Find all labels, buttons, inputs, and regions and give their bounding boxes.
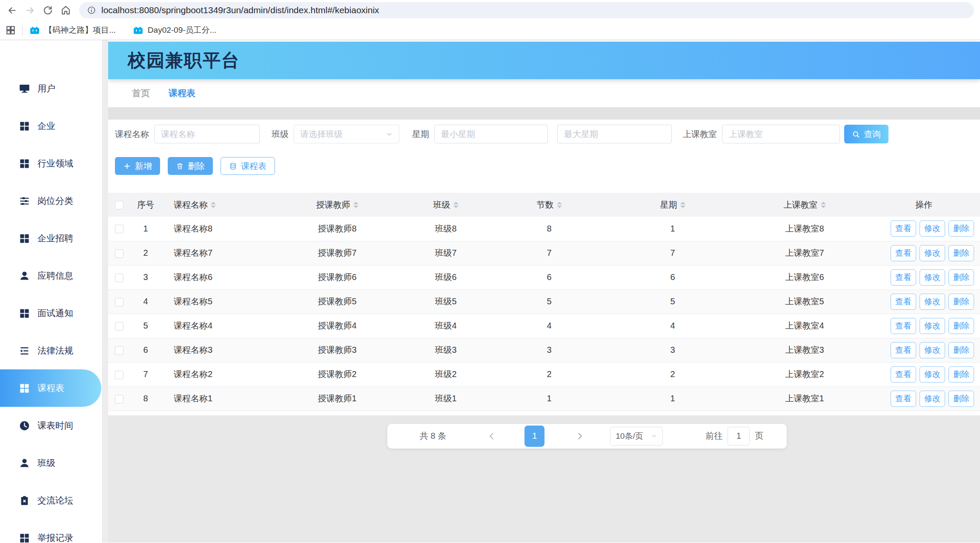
- sort-carets-icon[interactable]: [557, 202, 562, 208]
- cell-teacher: 授课教师1: [278, 386, 397, 411]
- tab-timetable[interactable]: 课程表: [169, 87, 195, 99]
- delete-row-button[interactable]: 删除: [948, 366, 974, 383]
- sidebar-item-课表时间[interactable]: 课表时间: [0, 407, 102, 444]
- edit-button[interactable]: 修改: [920, 269, 945, 286]
- sidebar-item-label: 企业: [37, 120, 55, 132]
- class-select-placeholder: 请选择班级: [300, 129, 343, 140]
- delete-row-button[interactable]: 删除: [948, 294, 974, 310]
- delete-row-button[interactable]: 删除: [948, 220, 974, 237]
- action-toolbar: 新增 删除 课程表: [108, 157, 980, 175]
- sidebar-item-label: 企业招聘: [37, 232, 73, 244]
- edit-button[interactable]: 修改: [920, 220, 945, 237]
- cell-course-name: 课程名称7: [163, 241, 278, 265]
- page-size-select[interactable]: 10条/页: [610, 427, 663, 446]
- row-checkbox[interactable]: [115, 371, 123, 379]
- tab-home[interactable]: 首页: [132, 87, 150, 99]
- sidebar-item-面试通知[interactable]: 面试通知: [0, 294, 102, 332]
- sidebar-item-行业领域[interactable]: 行业领域: [0, 145, 102, 182]
- column-header-星期[interactable]: 星期: [604, 193, 742, 217]
- sidebar-scrollbar[interactable]: [102, 40, 108, 543]
- query-button[interactable]: 查询: [844, 125, 888, 143]
- add-button[interactable]: 新增: [115, 157, 160, 175]
- view-button[interactable]: 查看: [891, 391, 916, 407]
- row-checkbox[interactable]: [115, 274, 123, 282]
- cell-class: 班级1: [397, 386, 495, 411]
- timetable-button[interactable]: 课程表: [221, 157, 275, 175]
- cell-class: 班级2: [397, 362, 495, 386]
- cell-index: 8: [129, 386, 163, 411]
- delete-row-button[interactable]: 删除: [948, 245, 974, 261]
- week-max-input[interactable]: [557, 125, 672, 143]
- room-input[interactable]: [722, 125, 840, 143]
- edit-button[interactable]: 修改: [920, 391, 945, 407]
- sidebar-item-岗位分类[interactable]: 岗位分类: [0, 182, 102, 220]
- view-button[interactable]: 查看: [891, 245, 916, 261]
- url-bar[interactable]: localhost:8080/springboot1349r3un/admin/…: [79, 2, 974, 18]
- column-header-授课教师[interactable]: 授课教师: [278, 193, 397, 217]
- forward-icon[interactable]: [22, 3, 37, 18]
- sidebar-item-举报记录[interactable]: 举报记录: [0, 519, 102, 543]
- sidebar-item-课程表[interactable]: 课程表: [0, 369, 101, 407]
- view-button[interactable]: 查看: [891, 342, 916, 358]
- bookmark-1[interactable]: 【码神之路】项目...: [29, 25, 116, 36]
- table-header: 序号课程名称授课教师班级节数星期上课教室操作: [108, 193, 980, 217]
- bookmark-2[interactable]: Day02-09-员工分...: [133, 25, 217, 36]
- sidebar-item-班级[interactable]: 班级: [0, 444, 102, 482]
- row-checkbox[interactable]: [115, 395, 123, 403]
- chevron-down-icon: [386, 131, 393, 138]
- sidebar-item-企业招聘[interactable]: 企业招聘: [0, 220, 102, 257]
- column-header-班级[interactable]: 班级: [397, 193, 495, 217]
- edit-button[interactable]: 修改: [920, 245, 945, 261]
- prev-page-button[interactable]: [487, 432, 496, 441]
- column-header-节数[interactable]: 节数: [495, 193, 604, 217]
- row-checkbox[interactable]: [115, 225, 123, 233]
- refresh-icon[interactable]: [40, 3, 55, 18]
- column-header-上课教室[interactable]: 上课教室: [742, 193, 868, 217]
- total-count-label: 共 8 条: [420, 430, 446, 442]
- home-icon[interactable]: [58, 3, 73, 18]
- delete-button[interactable]: 删除: [168, 157, 213, 175]
- sort-carets-icon[interactable]: [821, 202, 826, 208]
- delete-row-button[interactable]: 删除: [948, 391, 974, 407]
- sort-carets-icon[interactable]: [353, 202, 358, 208]
- select-all-checkbox[interactable]: [115, 201, 123, 209]
- info-icon[interactable]: [87, 6, 96, 15]
- sort-carets-icon[interactable]: [680, 202, 685, 208]
- delete-row-button[interactable]: 删除: [948, 342, 974, 358]
- delete-row-button[interactable]: 删除: [948, 318, 974, 334]
- edit-button[interactable]: 修改: [920, 294, 945, 310]
- cell-course-name: 课程名称4: [163, 314, 278, 338]
- view-button[interactable]: 查看: [891, 366, 916, 383]
- sidebar-item-交流论坛[interactable]: 交流论坛: [0, 482, 102, 519]
- row-checkbox[interactable]: [115, 249, 123, 258]
- sort-carets-icon[interactable]: [211, 202, 216, 208]
- page-1-button[interactable]: 1: [524, 426, 544, 447]
- bookmark-label: 【码神之路】项目...: [44, 25, 116, 36]
- sidebar-item-应聘信息[interactable]: 应聘信息: [0, 257, 102, 294]
- row-checkbox[interactable]: [115, 346, 123, 355]
- sidebar-item-企业[interactable]: 企业: [0, 107, 102, 145]
- week-min-input[interactable]: [434, 125, 548, 143]
- cell-index: 3: [129, 265, 163, 289]
- delete-row-button[interactable]: 删除: [948, 269, 974, 286]
- sort-carets-icon[interactable]: [453, 202, 458, 208]
- edit-button[interactable]: 修改: [920, 318, 945, 334]
- column-header-课程名称[interactable]: 课程名称: [163, 193, 278, 217]
- sidebar-item-用户[interactable]: 用户: [0, 70, 102, 107]
- row-checkbox[interactable]: [115, 322, 123, 331]
- goto-page-input[interactable]: [728, 427, 750, 446]
- view-button[interactable]: 查看: [891, 269, 916, 286]
- view-button[interactable]: 查看: [891, 318, 916, 334]
- apps-grid-icon[interactable]: [5, 25, 16, 36]
- class-select[interactable]: 请选择班级: [294, 125, 399, 143]
- clock-icon: [19, 420, 30, 432]
- back-icon[interactable]: [4, 3, 20, 18]
- row-checkbox[interactable]: [115, 298, 123, 306]
- sidebar-item-法律法规[interactable]: 法律法规: [0, 332, 102, 369]
- next-page-button[interactable]: [575, 432, 585, 441]
- course-name-input[interactable]: [154, 125, 260, 143]
- view-button[interactable]: 查看: [891, 294, 916, 310]
- view-button[interactable]: 查看: [891, 220, 916, 237]
- edit-button[interactable]: 修改: [920, 366, 945, 383]
- edit-button[interactable]: 修改: [920, 342, 945, 358]
